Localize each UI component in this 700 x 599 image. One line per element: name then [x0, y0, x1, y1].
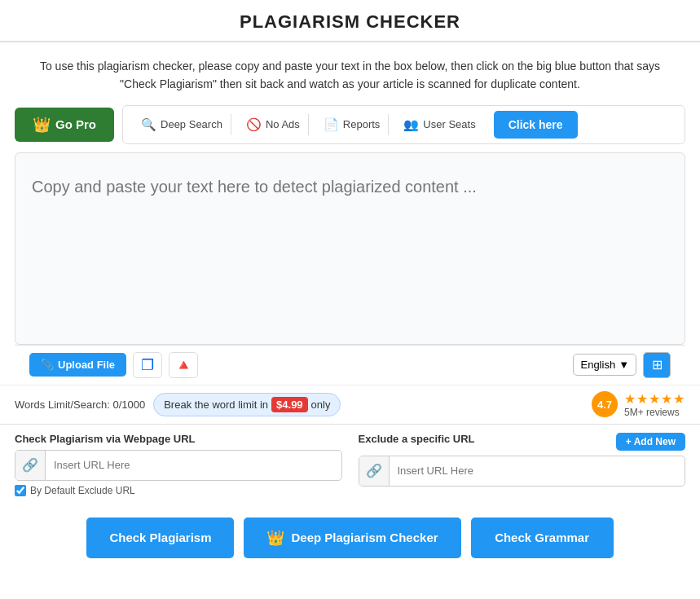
upload-label: Upload File [58, 359, 115, 371]
crown-deep-icon: 👑 [266, 529, 284, 547]
url-section: Check Plagiarism via Webpage URL 🔗 By De… [0, 425, 700, 503]
exclude-url-input[interactable] [390, 460, 685, 482]
language-label: English [580, 359, 615, 371]
main-text-area [15, 152, 685, 345]
link-icon: 🔗 [15, 451, 46, 480]
price-badge: $4.99 [271, 397, 308, 412]
plagiarism-text-input[interactable] [15, 153, 685, 341]
link-icon-exclude: 🔗 [359, 456, 390, 486]
word-limit-label: Words Limit/Search: 0/1000 [15, 399, 145, 411]
features-row: 🔍 Deep Search 🚫 No Ads 📄 Reports 👥 User … [122, 105, 685, 144]
break-text: Break the word limit in [164, 399, 268, 411]
rating-stars: ★★★★★ 5M+ reviews [624, 391, 685, 418]
feature-user-seats: 👥 User Seats [395, 114, 483, 135]
only-text: only [311, 399, 331, 411]
exclude-header: Exclude a specific URL + Add New [359, 433, 686, 451]
language-selector[interactable]: English ▼ [573, 354, 636, 376]
description-text: To use this plagiarism checker, please c… [40, 59, 660, 90]
crown-icon: 👑 [33, 116, 51, 134]
go-pro-label: Go Pro [55, 117, 96, 131]
gdrive-button[interactable]: 🔺 [169, 352, 198, 378]
search-icon: 🔍 [141, 117, 156, 132]
feature-deep-search-label: Deep Search [161, 118, 222, 130]
stars-display: ★★★★★ [624, 391, 685, 407]
exclude-url-checkbox[interactable] [15, 485, 26, 496]
feature-no-ads: 🚫 No Ads [238, 114, 309, 135]
exclude-url-input-row: 🔗 [359, 456, 686, 487]
exclude-url-block: Exclude a specific URL + Add New 🔗 [359, 433, 686, 487]
dropbox-icon: ❐ [141, 358, 154, 372]
click-here-button[interactable]: Click here [494, 111, 578, 139]
exclude-url-label: By Default Exclude URL [30, 485, 135, 496]
deep-plagiarism-checker-button[interactable]: 👑 Deep Plagiarism Checker [244, 518, 460, 558]
go-pro-button[interactable]: 👑 Go Pro [15, 108, 114, 142]
webpage-url-input-row: 🔗 [15, 450, 342, 481]
break-limit-badge: Break the word limit in $4.99 only [153, 393, 341, 416]
rating-circle: 4.7 [592, 391, 618, 417]
chevron-down-icon: ▼ [619, 359, 629, 371]
word-limit-bar: Words Limit/Search: 0/1000 Break the wor… [0, 385, 700, 424]
webpage-url-input[interactable] [46, 454, 341, 476]
rating-section: 4.7 ★★★★★ 5M+ reviews [592, 391, 685, 418]
exclude-url-label-heading: Exclude a specific URL [359, 433, 475, 445]
check-plagiarism-button[interactable]: Check Plagiarism [86, 518, 234, 558]
feature-no-ads-label: No Ads [266, 118, 300, 130]
header: PLAGIARISM CHECKER [0, 0, 700, 42]
webpage-url-label: Check Plagiarism via Webpage URL [15, 433, 342, 445]
page-title: PLAGIARISM CHECKER [240, 11, 460, 32]
gdrive-icon: 🔺 [174, 358, 192, 372]
settings-button[interactable]: ⊞ [643, 352, 671, 378]
feature-reports: 📄 Reports [315, 114, 390, 135]
add-new-button[interactable]: + Add New [616, 433, 685, 451]
toolbar: 📎 Upload File ❐ 🔺 English ▼ ⊞ [15, 345, 685, 385]
no-ads-icon: 🚫 [246, 117, 262, 132]
check-grammar-button[interactable]: Check Grammar [471, 518, 614, 558]
feature-reports-label: Reports [343, 118, 381, 130]
webpage-url-block: Check Plagiarism via Webpage URL 🔗 By De… [15, 433, 342, 496]
upload-file-button[interactable]: 📎 Upload File [29, 353, 126, 377]
reviews-text: 5M+ reviews [624, 407, 685, 418]
description: To use this plagiarism checker, please c… [0, 42, 700, 105]
checkbox-row: By Default Exclude URL [15, 485, 342, 496]
user-seats-icon: 👥 [403, 117, 419, 132]
rating-value: 4.7 [597, 399, 612, 411]
settings-icon: ⊞ [652, 357, 663, 372]
feature-deep-search: 🔍 Deep Search [133, 114, 231, 135]
feature-user-seats-label: User Seats [423, 118, 475, 130]
paperclip-icon: 📎 [41, 359, 54, 371]
promo-bar: 👑 Go Pro 🔍 Deep Search 🚫 No Ads 📄 Report… [0, 105, 700, 152]
bottom-buttons: Check Plagiarism 👑 Deep Plagiarism Check… [0, 503, 700, 575]
dropbox-button[interactable]: ❐ [133, 352, 162, 378]
reports-icon: 📄 [324, 117, 339, 132]
